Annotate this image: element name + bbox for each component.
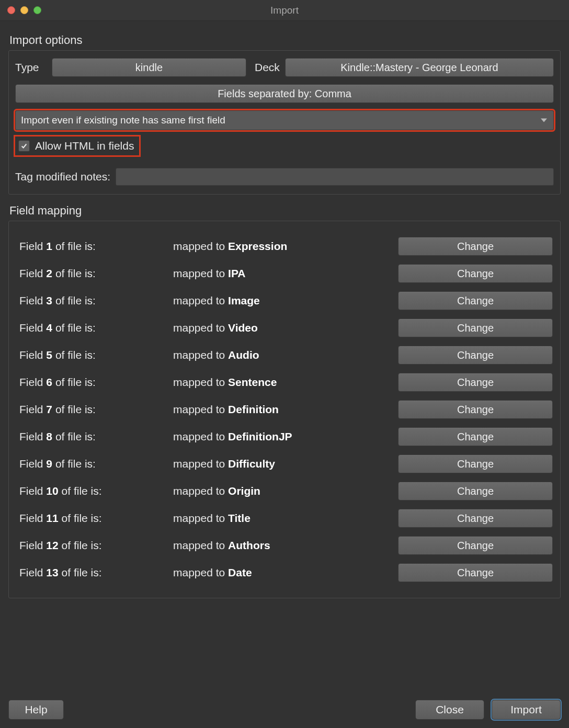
field-target-label: mapped to Image	[173, 294, 398, 307]
field-mapping-row: Field 7 of file is:mapped to DefinitionC…	[16, 396, 553, 423]
field-mapping-row: Field 12 of file is:mapped to AuthorsCha…	[16, 532, 553, 559]
field-target-label: mapped to Origin	[173, 485, 398, 497]
change-mapping-button[interactable]: Change	[398, 482, 553, 500]
tag-modified-label: Tag modified notes:	[15, 170, 110, 183]
field-target-label: mapped to Difficulty	[173, 458, 398, 470]
field-index-label: Field 8 of file is:	[16, 430, 173, 443]
field-separator-button[interactable]: Fields separated by: Comma	[15, 84, 554, 103]
deck-label: Deck	[255, 61, 280, 74]
change-mapping-button[interactable]: Change	[398, 318, 553, 337]
field-mapping-row: Field 4 of file is:mapped to VideoChange	[16, 314, 553, 342]
change-mapping-button[interactable]: Change	[398, 563, 553, 582]
import-options-group: Type kindle Deck Kindle::Mastery - Georg…	[8, 50, 561, 195]
chevron-down-icon	[541, 119, 547, 122]
allow-html-label: Allow HTML in fields	[35, 140, 134, 152]
field-mapping-row: Field 8 of file is:mapped to DefinitionJ…	[16, 423, 553, 450]
field-mapping-row: Field 9 of file is:mapped to DifficultyC…	[16, 450, 553, 477]
help-button[interactable]: Help	[8, 700, 64, 720]
change-mapping-button[interactable]: Change	[398, 427, 553, 446]
change-mapping-button[interactable]: Change	[398, 373, 553, 392]
field-mapping-row: Field 1 of file is:mapped to ExpressionC…	[16, 233, 553, 260]
field-mapping-row: Field 6 of file is:mapped to SentenceCha…	[16, 369, 553, 396]
import-button[interactable]: Import	[492, 700, 561, 720]
field-mapping-row: Field 10 of file is:mapped to OriginChan…	[16, 477, 553, 505]
deck-button[interactable]: Kindle::Mastery - George Leonard	[285, 58, 554, 77]
window-title: Import	[0, 5, 569, 16]
field-index-label: Field 7 of file is:	[16, 403, 173, 416]
field-index-label: Field 9 of file is:	[16, 458, 173, 470]
change-mapping-button[interactable]: Change	[398, 509, 553, 528]
field-target-label: mapped to DefinitionJP	[173, 430, 398, 443]
field-mapping-label: Field mapping	[9, 204, 561, 218]
field-index-label: Field 5 of file is:	[16, 349, 173, 361]
change-mapping-button[interactable]: Change	[398, 346, 553, 365]
allow-html-row[interactable]: Allow HTML in fields	[15, 136, 139, 155]
field-target-label: mapped to Audio	[173, 349, 398, 361]
field-index-label: Field 11 of file is:	[16, 512, 173, 525]
field-index-label: Field 2 of file is:	[16, 267, 173, 280]
allow-html-checkbox[interactable]	[18, 140, 30, 152]
field-index-label: Field 4 of file is:	[16, 322, 173, 334]
import-mode-value: Import even if existing note has same fi…	[21, 115, 225, 126]
change-mapping-button[interactable]: Change	[398, 454, 553, 473]
field-target-label: mapped to Definition	[173, 403, 398, 416]
change-mapping-button[interactable]: Change	[398, 400, 553, 419]
field-mapping-row: Field 13 of file is:mapped to DateChange	[16, 559, 553, 586]
field-target-label: mapped to Date	[173, 566, 398, 579]
field-mapping-row: Field 2 of file is:mapped to IPAChange	[16, 260, 553, 287]
import-options-label: Import options	[9, 33, 561, 47]
field-mapping-row: Field 5 of file is:mapped to AudioChange	[16, 342, 553, 369]
tag-modified-input[interactable]	[116, 168, 554, 186]
check-icon	[20, 142, 28, 150]
field-mapping-group: Field 1 of file is:mapped to ExpressionC…	[8, 221, 561, 598]
type-label: Type	[15, 61, 47, 74]
import-mode-select[interactable]: Import even if existing note has same fi…	[15, 110, 554, 130]
change-mapping-button[interactable]: Change	[398, 536, 553, 555]
field-target-label: mapped to IPA	[173, 267, 398, 280]
field-index-label: Field 12 of file is:	[16, 539, 173, 552]
change-mapping-button[interactable]: Change	[398, 264, 553, 283]
field-index-label: Field 6 of file is:	[16, 376, 173, 389]
field-target-label: mapped to Title	[173, 512, 398, 525]
dialog-footer: Help Close Import	[0, 695, 569, 728]
title-bar: Import	[0, 0, 569, 21]
field-mapping-row: Field 11 of file is:mapped to TitleChang…	[16, 505, 553, 532]
field-target-label: mapped to Expression	[173, 240, 398, 253]
field-index-label: Field 1 of file is:	[16, 240, 173, 253]
field-index-label: Field 3 of file is:	[16, 294, 173, 307]
change-mapping-button[interactable]: Change	[398, 291, 553, 310]
change-mapping-button[interactable]: Change	[398, 237, 553, 256]
field-target-label: mapped to Authors	[173, 539, 398, 552]
field-mapping-row: Field 3 of file is:mapped to ImageChange	[16, 287, 553, 314]
field-target-label: mapped to Sentence	[173, 376, 398, 389]
close-button[interactable]: Close	[415, 700, 484, 720]
note-type-button[interactable]: kindle	[52, 58, 246, 77]
field-target-label: mapped to Video	[173, 322, 398, 334]
field-index-label: Field 10 of file is:	[16, 485, 173, 497]
field-index-label: Field 13 of file is:	[16, 566, 173, 579]
